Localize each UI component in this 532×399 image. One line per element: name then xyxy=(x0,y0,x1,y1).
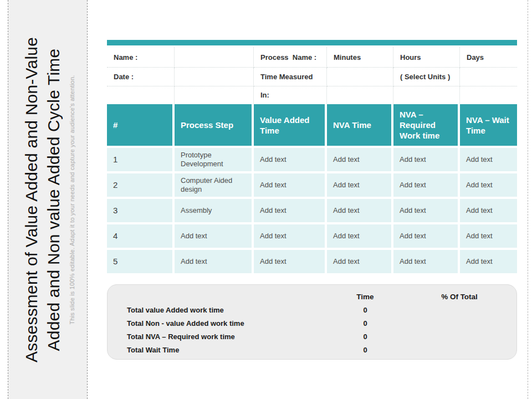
left-sidebar: Assessment of Value Added and Non-Value … xyxy=(8,0,87,399)
summary-col-header-pct: % Of Total xyxy=(412,293,507,301)
summary-row-label: Total Non - value Added work time xyxy=(108,319,318,328)
info-cell: Date : xyxy=(107,68,175,86)
info-cell: Name : xyxy=(107,47,175,68)
summary-time-value: 0 xyxy=(318,332,412,341)
placeholder-cell[interactable]: Add text xyxy=(460,224,517,248)
info-cell: Minutes xyxy=(327,47,393,68)
info-cell xyxy=(175,68,254,86)
summary-row-label: Total Wait Time xyxy=(108,346,318,354)
info-cell xyxy=(327,68,393,86)
column-header: NVA – Required Work time xyxy=(393,104,458,146)
placeholder-cell[interactable]: Add text xyxy=(393,250,458,273)
column-header: Process Step xyxy=(175,104,252,146)
placeholder-cell[interactable]: Add text xyxy=(393,224,458,248)
info-cell xyxy=(393,86,460,104)
placeholder-cell[interactable]: Add text xyxy=(460,173,517,197)
placeholder-cell[interactable]: Add text xyxy=(327,199,391,222)
left-inner-dashed-guide xyxy=(87,0,88,399)
summary-row-label: Total NVA – Required work time xyxy=(108,332,318,341)
placeholder-cell[interactable]: Add text xyxy=(393,199,458,222)
placeholder-cell[interactable]: Add text xyxy=(393,173,458,197)
summary-time-value: 0 xyxy=(318,319,412,328)
row-number: 2 xyxy=(107,173,172,197)
summary-time-value: 0 xyxy=(318,346,412,354)
info-cell: Hours xyxy=(393,47,460,68)
column-header: Value Added Time xyxy=(254,104,325,146)
row-number: 3 xyxy=(107,199,172,222)
page-title-line-1: Assessment of Value Added and Non-Value xyxy=(21,6,43,393)
info-cell xyxy=(460,68,517,86)
info-cell xyxy=(175,86,254,104)
placeholder-cell[interactable]: Add text xyxy=(254,224,325,248)
table-cell: Prototype Development xyxy=(175,148,252,171)
summary-time-value: 0 xyxy=(318,306,412,314)
main-table: #Process StepValue Added TimeNVA TimeNVA… xyxy=(107,104,517,273)
placeholder-cell[interactable]: Add text xyxy=(254,148,325,171)
rotated-title-block: Assessment of Value Added and Non-Value … xyxy=(21,6,75,393)
placeholder-cell[interactable]: Add text xyxy=(460,199,517,222)
placeholder-cell[interactable]: Add text xyxy=(175,224,252,248)
placeholder-cell[interactable]: Add text xyxy=(175,250,252,273)
info-cell xyxy=(107,86,175,104)
accent-bar xyxy=(107,40,517,45)
right-dashed-guide xyxy=(528,0,528,399)
info-table: Name :Process Name :MinutesHoursDaysDate… xyxy=(107,47,517,104)
info-cell: Process Name : xyxy=(254,47,327,68)
info-cell xyxy=(460,86,517,104)
placeholder-cell[interactable]: Add text xyxy=(254,199,325,222)
placeholder-cell[interactable]: Add text xyxy=(393,148,458,171)
summary-table: Time% Of TotalTotal value Added work tim… xyxy=(108,290,516,356)
placeholder-cell[interactable]: Add text xyxy=(460,148,517,171)
placeholder-cell[interactable]: Add text xyxy=(327,148,391,171)
page-title-line-2: Added and Non value Added Cycle Time xyxy=(43,6,65,393)
info-cell xyxy=(327,86,393,104)
info-cell: Time Measured xyxy=(254,68,327,86)
summary-row-label: Total value Added work time xyxy=(108,306,318,314)
placeholder-cell[interactable]: Add text xyxy=(254,250,325,273)
row-number: 4 xyxy=(107,224,172,248)
row-number: 5 xyxy=(107,250,172,273)
placeholder-cell[interactable]: Add text xyxy=(254,173,325,197)
summary-col-header-time: Time xyxy=(318,293,412,301)
slide-subtitle: This slide is 100% editable. Adapt it to… xyxy=(69,6,75,393)
placeholder-cell[interactable]: Add text xyxy=(327,224,391,248)
summary-box: Time% Of TotalTotal value Added work tim… xyxy=(107,284,517,360)
column-header: NVA Time xyxy=(327,104,391,146)
placeholder-cell[interactable]: Add text xyxy=(460,250,517,273)
column-header: NVA – Wait Time xyxy=(460,104,517,146)
info-cell: Days xyxy=(460,47,517,68)
table-cell: Computer Aided design xyxy=(175,173,252,197)
column-header: # xyxy=(107,104,172,146)
placeholder-cell[interactable]: Add text xyxy=(327,250,391,273)
info-cell: ( Select Units ) xyxy=(393,68,460,86)
table-cell: Assembly xyxy=(175,199,252,222)
info-cell: In: xyxy=(254,86,327,104)
placeholder-cell[interactable]: Add text xyxy=(327,173,391,197)
row-number: 1 xyxy=(107,148,172,171)
info-cell xyxy=(175,47,254,68)
